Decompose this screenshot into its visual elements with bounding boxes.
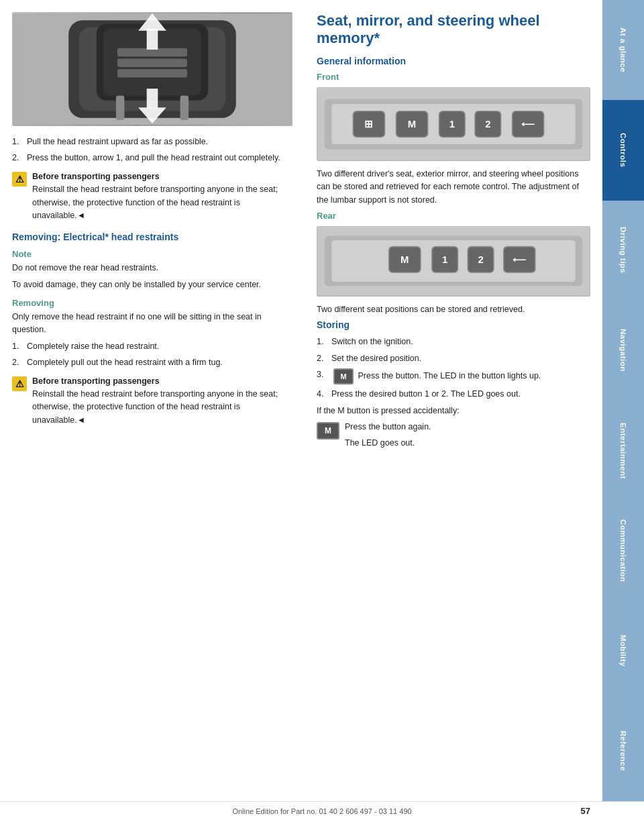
headrest-image: [12, 12, 292, 126]
main-title: Seat, mirror, and steering wheel memory*: [317, 12, 590, 48]
front-title: Front: [317, 72, 590, 82]
svg-text:M: M: [408, 118, 416, 130]
right-column: Seat, mirror, and steering wheel memory*…: [309, 0, 602, 801]
warning-box-2: ⚠ Before transporting passengers Reinsta…: [12, 375, 292, 427]
svg-text:M: M: [400, 254, 409, 265]
svg-rect-13: [180, 96, 189, 120]
sidebar-item-communication[interactable]: Communication: [602, 501, 644, 601]
rear-desc: Two different seat positions can be stor…: [317, 303, 590, 316]
removing-title: Removing: [12, 298, 292, 308]
svg-text:⊞: ⊞: [364, 118, 373, 130]
front-seat-image: ⊞ M 1 2 ⟵: [317, 87, 590, 161]
removing-text: Only remove the head restraint if no one…: [12, 311, 292, 337]
page-number: 57: [581, 806, 590, 816]
svg-rect-11: [147, 89, 158, 108]
rear-title: Rear: [317, 211, 590, 221]
warning-icon-2: ⚠: [12, 376, 27, 391]
svg-rect-6: [117, 58, 187, 66]
svg-rect-12: [116, 96, 124, 120]
storing-step-3: 3. M Press the button. The LED in the bu…: [317, 368, 590, 385]
if-pressed-text: If the M button is pressed accidentally:: [317, 405, 590, 417]
svg-text:2: 2: [478, 254, 483, 265]
sidebar-item-reference[interactable]: Reference: [602, 701, 644, 801]
left-column: 1. Pull the head restraint upward as far…: [0, 0, 309, 801]
general-info-title: General information: [317, 56, 590, 66]
removing-electrical-title: Removing: Electrical* head restraints: [12, 232, 292, 242]
sidebar: At a glance Controls Driving tips Naviga…: [602, 0, 644, 801]
svg-rect-7: [117, 69, 187, 77]
warning-icon-1: ⚠: [12, 172, 27, 187]
m-action-1: Press the button again.: [345, 421, 431, 433]
note-title: Note: [12, 249, 292, 259]
sidebar-item-navigation[interactable]: Navigation: [602, 301, 644, 401]
svg-rect-9: [147, 29, 158, 50]
svg-text:⟵: ⟵: [513, 254, 526, 265]
warning-box-1: ⚠ Before transporting passengers Reinsta…: [12, 170, 292, 223]
m-button-action1: M: [317, 422, 339, 440]
warning-text-2: Before transporting passengers Reinstall…: [32, 375, 292, 427]
svg-text:1: 1: [442, 254, 447, 265]
m-button-step3: M: [333, 368, 354, 385]
front-desc: Two different driver's seat, exterior mi…: [317, 168, 590, 207]
sidebar-item-driving-tips[interactable]: Driving tips: [602, 201, 644, 301]
footer: Online Edition for Part no. 01 40 2 606 …: [0, 801, 644, 820]
m-action-2: The LED goes out.: [345, 437, 431, 450]
note-text-1: Do not remove the rear head restraints.: [12, 262, 292, 274]
footer-text: Online Edition for Part no. 01 40 2 606 …: [232, 807, 411, 815]
svg-text:1: 1: [449, 118, 455, 130]
rear-seat-image: M 1 2 ⟵: [317, 226, 590, 297]
storing-step-1: 1. Switch on the ignition.: [317, 336, 590, 348]
removing-steps: 1. Completely raise the head restraint. …: [12, 340, 292, 370]
svg-text:2: 2: [485, 118, 490, 130]
storing-step-2: 2. Set the desired position.: [317, 352, 590, 365]
m-action-1-block: M Press the button again. The LED goes o…: [317, 421, 590, 454]
storing-title: Storing: [317, 319, 590, 330]
sidebar-item-controls[interactable]: Controls: [602, 100, 644, 200]
sidebar-item-at-a-glance[interactable]: At a glance: [602, 0, 644, 100]
sidebar-item-entertainment[interactable]: Entertainment: [602, 401, 644, 501]
note-text-2: To avoid damage, they can only be instal…: [12, 278, 292, 291]
sidebar-item-mobility[interactable]: Mobility: [602, 601, 644, 701]
storing-steps-list: 1. Switch on the ignition. 2. Set the de…: [317, 336, 590, 401]
step-1: 1. Pull the head restraint upward as far…: [12, 136, 292, 148]
step-2: 2. Press the button, arrow 1, and pull t…: [12, 152, 292, 164]
steps-list: 1. Pull the head restraint upward as far…: [12, 136, 292, 165]
svg-text:⟵: ⟵: [521, 119, 535, 130]
remove-step-1: 1. Completely raise the head restraint.: [12, 340, 292, 353]
remove-step-2: 2. Completely pull out the head restrain…: [12, 356, 292, 369]
warning-text-1: Before transporting passengers Reinstall…: [32, 170, 292, 223]
storing-step-4: 4. Press the desired button 1 or 2. The …: [317, 388, 590, 401]
